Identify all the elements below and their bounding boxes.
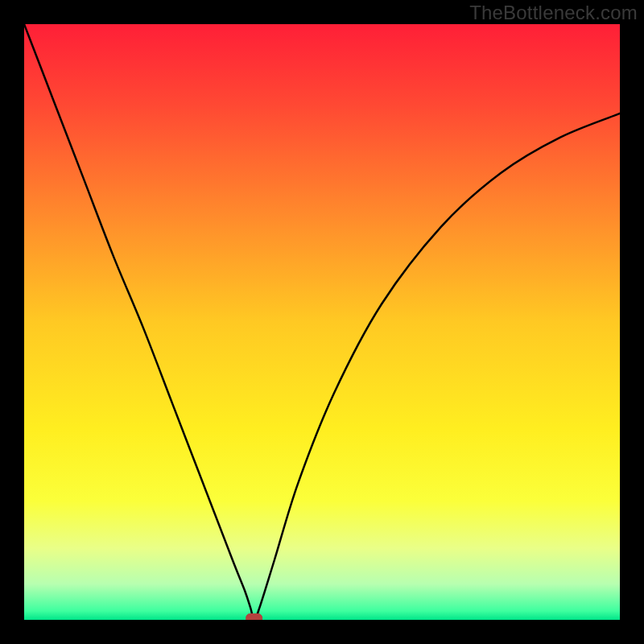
chart-frame: TheBottleneck.com — [0, 0, 644, 644]
chart-svg — [24, 24, 620, 620]
plot-area — [24, 24, 620, 620]
gradient-background — [24, 24, 620, 620]
watermark-text: TheBottleneck.com — [469, 2, 638, 24]
optimal-point-marker — [246, 614, 262, 621]
